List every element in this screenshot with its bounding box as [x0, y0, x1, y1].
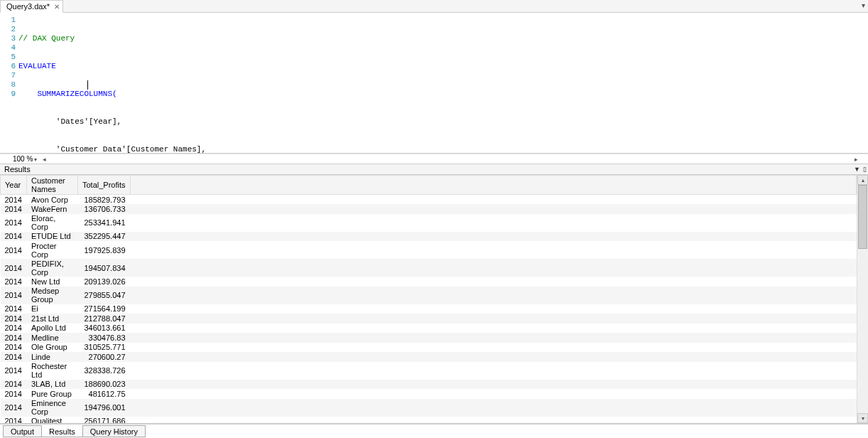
cell-spacer	[130, 195, 856, 205]
line-number: 9	[0, 90, 16, 99]
table-row[interactable]: 2014Ole Group310525.771	[1, 343, 857, 353]
close-icon[interactable]: ✕	[54, 3, 60, 11]
zoom-level[interactable]: 100 %	[13, 155, 37, 163]
cell-customer: Rochester Ltd	[26, 362, 77, 380]
line-number: 8	[0, 80, 16, 90]
cell-year: 2014	[1, 241, 27, 259]
cell-customer: WakeFern	[26, 204, 77, 214]
table-row[interactable]: 2014ETUDE Ltd352295.447	[1, 232, 857, 242]
scroll-thumb[interactable]	[858, 185, 867, 249]
cell-year: 2014	[1, 195, 27, 205]
cell-year: 2014	[1, 314, 27, 324]
tab-menu-icon[interactable]: ▾	[862, 1, 865, 9]
results-grid[interactable]: Year Customer Names Total_Profits 2014Av…	[0, 175, 857, 423]
table-row[interactable]: 2014Avon Corp185829.793	[1, 195, 857, 205]
line-number: 3	[0, 34, 16, 43]
panel-dropdown-icon[interactable]: ▼	[854, 166, 860, 173]
table-row[interactable]: 2014Apollo Ltd346013.661	[1, 324, 857, 333]
tab-output[interactable]: Output	[3, 425, 42, 437]
cell-spacer	[130, 232, 856, 242]
table-row[interactable]: 2014Rochester Ltd328338.726	[1, 362, 857, 380]
cell-year: 2014	[1, 287, 27, 304]
cell-year: 2014	[1, 304, 27, 314]
cell-profit: 481612.75	[77, 389, 130, 399]
code-editor[interactable]: 1 2 3 4 5 6 7 8 9 // DAX Query EVALUATE …	[0, 13, 868, 154]
cell-customer: Qualitest	[26, 417, 77, 424]
cell-year: 2014	[1, 343, 27, 353]
table-row[interactable]: 2014Eminence Corp194796.001	[1, 399, 857, 417]
cell-spacer	[130, 333, 856, 343]
file-tab[interactable]: Query3.dax* ✕	[0, 0, 63, 13]
table-row[interactable]: 2014Qualitest256171.686	[1, 417, 857, 424]
cell-profit: 256171.686	[77, 417, 130, 424]
cell-year: 2014	[1, 214, 27, 232]
scroll-up-icon[interactable]: ▴	[857, 175, 868, 185]
cell-year: 2014	[1, 352, 27, 362]
results-table[interactable]: Year Customer Names Total_Profits 2014Av…	[0, 175, 857, 423]
cell-profit: 352295.447	[77, 232, 130, 242]
cell-year: 2014	[1, 417, 27, 424]
code-col: 'Customer Data'[Customer Names],	[18, 145, 206, 154]
code-content[interactable]: // DAX Query EVALUATE SUMMARIZECOLUMNS( …	[18, 13, 868, 153]
cell-profit: 328338.726	[77, 362, 130, 380]
scroll-down-icon[interactable]: ▾	[857, 413, 868, 423]
cell-customer: PEDIFIX, Corp	[26, 259, 77, 277]
col-header-spacer	[130, 176, 856, 195]
table-row[interactable]: 2014Medline330476.83	[1, 333, 857, 343]
results-title: Results	[4, 165, 31, 173]
tab-query-history[interactable]: Query History	[82, 425, 146, 437]
hscroll-right-icon[interactable]: ▸	[855, 156, 858, 163]
table-row[interactable]: 2014Linde270600.27	[1, 352, 857, 362]
table-row[interactable]: 2014New Ltd209139.026	[1, 277, 857, 287]
cell-profit: 279855.047	[77, 287, 130, 304]
cell-spacer	[130, 380, 856, 390]
hscroll-left-icon[interactable]: ◂	[43, 156, 46, 163]
cell-profit: 310525.771	[77, 343, 130, 353]
col-header-profit[interactable]: Total_Profits	[77, 176, 130, 195]
cell-customer: Pure Group	[26, 389, 77, 399]
cell-customer: Avon Corp	[26, 195, 77, 205]
cell-customer: Apollo Ltd	[26, 324, 77, 333]
cell-spacer	[130, 352, 856, 362]
cell-customer: Linde	[26, 352, 77, 362]
table-row[interactable]: 2014Ei271564.199	[1, 304, 857, 314]
file-tab-bar: Query3.dax* ✕ ▾	[0, 0, 868, 13]
col-header-customer[interactable]: Customer Names	[26, 176, 77, 195]
line-number: 6	[0, 62, 16, 71]
table-header-row: Year Customer Names Total_Profits	[1, 176, 857, 195]
file-tab-label: Query3.dax*	[6, 2, 50, 11]
code-comment: // DAX Query	[18, 34, 75, 43]
cell-spacer	[130, 287, 856, 304]
cell-spacer	[130, 343, 856, 353]
vertical-scrollbar[interactable]: ▴ ▾	[857, 175, 868, 423]
cell-profit: 185829.793	[77, 195, 130, 205]
cell-profit: 270600.27	[77, 352, 130, 362]
cell-year: 2014	[1, 333, 27, 343]
cell-customer: Medsep Group	[26, 287, 77, 304]
table-row[interactable]: 2014Medsep Group279855.047	[1, 287, 857, 304]
table-row[interactable]: 20143LAB, Ltd188690.023	[1, 380, 857, 390]
table-row[interactable]: 2014PEDIFIX, Corp194507.834	[1, 259, 857, 277]
cell-profit: 212788.047	[77, 314, 130, 324]
table-row[interactable]: 2014WakeFern136706.733	[1, 204, 857, 214]
cell-spacer	[130, 304, 856, 314]
col-header-year[interactable]: Year	[1, 176, 27, 195]
panel-pin-icon[interactable]: ▯	[863, 166, 867, 173]
cell-customer: Eminence Corp	[26, 399, 77, 417]
line-number: 7	[0, 71, 16, 80]
tab-results[interactable]: Results	[41, 425, 83, 437]
cell-spacer	[130, 362, 856, 380]
cell-profit: 346013.661	[77, 324, 130, 333]
cell-spacer	[130, 417, 856, 424]
line-number: 5	[0, 53, 16, 62]
table-row[interactable]: 2014Elorac, Corp253341.941	[1, 214, 857, 232]
table-row[interactable]: 2014Procter Corp197925.839	[1, 241, 857, 259]
cell-spacer	[130, 324, 856, 333]
cell-customer: 3LAB, Ltd	[26, 380, 77, 390]
table-row[interactable]: 201421st Ltd212788.047	[1, 314, 857, 324]
cell-profit: 194507.834	[77, 259, 130, 277]
code-keyword: EVALUATE	[18, 62, 56, 70]
table-row[interactable]: 2014Pure Group481612.75	[1, 389, 857, 399]
code-col: 'Dates'[Year],	[18, 117, 121, 126]
cell-year: 2014	[1, 389, 27, 399]
